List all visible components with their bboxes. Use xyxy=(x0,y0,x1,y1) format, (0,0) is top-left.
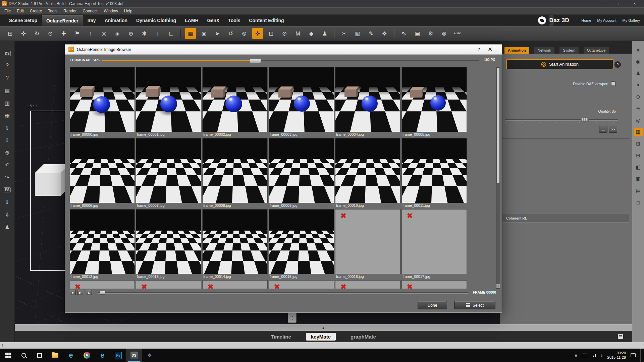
menu-window[interactable]: Window xyxy=(101,8,121,15)
panel-tab-network[interactable]: Network xyxy=(534,47,554,54)
browse-button[interactable]: ... xyxy=(599,126,607,133)
dialog-close-button[interactable]: ✕ xyxy=(486,47,494,52)
quality-slider-handle[interactable] xyxy=(581,117,589,122)
menu-tools[interactable]: Tools xyxy=(45,8,60,15)
menu-help[interactable]: Help xyxy=(121,8,136,15)
pose-tool-button[interactable]: ✚ xyxy=(58,28,69,39)
daz-studio-button[interactable]: DS xyxy=(126,349,142,362)
rotate-view-tool-button[interactable]: ↺ xyxy=(225,28,236,39)
keyboard-icon[interactable] xyxy=(582,354,587,357)
thumbnail-cell[interactable]: frame_00011.jpg xyxy=(402,138,467,208)
panel-menu-button[interactable]: ≡ xyxy=(634,46,643,54)
render-panel-button[interactable]: ▦ xyxy=(634,128,643,136)
frame-slider-handle[interactable] xyxy=(100,291,105,295)
cursor-tool-button[interactable]: ⇖ xyxy=(398,28,409,39)
collapse-handle[interactable]: ▲ xyxy=(322,326,325,329)
scale-gizmo-tool-button[interactable]: ⊡ xyxy=(266,28,276,39)
figure-pose-button[interactable]: ♟ xyxy=(2,222,12,232)
thumbnail-size-slider-handle[interactable] xyxy=(250,59,261,63)
layout-left-button[interactable]: ◧ xyxy=(634,163,643,172)
diamond-tool-button[interactable]: ◆ xyxy=(306,28,317,39)
whats-this-button[interactable]: ? xyxy=(2,61,12,71)
disable-viewport-checkbox[interactable] xyxy=(611,81,615,86)
spinner-down-button[interactable]: ▾ xyxy=(291,318,293,321)
translate-tool-button[interactable]: ✛ xyxy=(18,28,29,39)
thumbnail-cell[interactable]: frame_00012.jpg xyxy=(70,209,135,280)
file-explorer-button[interactable] xyxy=(47,349,63,362)
chrome-button[interactable] xyxy=(79,349,95,362)
tab-animation[interactable]: Animation xyxy=(100,15,132,26)
scissors-tool-button[interactable]: ✂ xyxy=(339,28,350,39)
layout-single-button[interactable]: □ xyxy=(634,198,643,207)
help-button[interactable]: ? xyxy=(2,73,12,83)
titlebar[interactable]: DS DAZ Studio 4.9 Pro Public Build - Cam… xyxy=(0,0,644,7)
spot-render-tool-button[interactable]: ▦ xyxy=(185,28,196,39)
spinner-up-button[interactable]: ▴ xyxy=(291,315,293,318)
panel-tab-animation[interactable]: Animation xyxy=(504,47,529,54)
tab-iray[interactable]: Iray xyxy=(83,15,100,26)
panel-tab-octanelive[interactable]: OctaneLive xyxy=(584,47,609,54)
thumbnail-cell[interactable]: ✖ xyxy=(335,281,400,289)
paint-tool-button[interactable]: ✎ xyxy=(366,28,376,39)
figure-tool-button[interactable]: ♟ xyxy=(319,28,330,39)
lights-panel-button[interactable]: ☀ xyxy=(634,104,643,113)
cameras-panel-button[interactable]: ◎ xyxy=(634,116,643,125)
tab-scene-setup[interactable]: Scene Setup xyxy=(5,15,42,26)
tab-dynamic-clothing[interactable]: Dynamic Clothing xyxy=(132,15,180,26)
import-file-button[interactable]: ⇩ xyxy=(2,135,12,145)
volume-icon[interactable]: ♪ xyxy=(601,353,603,358)
quality-slider[interactable] xyxy=(505,119,618,121)
edge-button-2[interactable]: e xyxy=(95,349,110,362)
dialog-scrollbar[interactable]: ▾ xyxy=(496,67,500,289)
thumbnail-cell[interactable]: frame_00003.jpg xyxy=(269,67,334,137)
redo-button[interactable]: ↷ xyxy=(2,172,12,182)
forward-button[interactable]: >> xyxy=(609,126,617,133)
align-tool-button[interactable]: ◈ xyxy=(112,28,123,39)
node-selection-tool-button[interactable]: ➤ xyxy=(212,28,223,39)
thumbnail-cell[interactable]: frame_00015.jpg xyxy=(269,209,334,280)
show-desktop-button[interactable] xyxy=(640,349,642,362)
undo-button[interactable]: ↶ xyxy=(2,160,12,170)
deactivate-node-tool-button[interactable]: ⊘ xyxy=(279,28,290,39)
layout-split-button[interactable]: ⊟ xyxy=(634,151,643,160)
thumbnail-cell[interactable]: ✖ xyxy=(203,281,267,289)
tab-genx[interactable]: GenX xyxy=(203,15,224,26)
render-settings-tool-button[interactable]: ⚙ xyxy=(425,28,436,39)
thumbnail-cell[interactable]: frame_00014.jpg xyxy=(203,209,267,280)
layout-rows-button[interactable]: ▤ xyxy=(634,186,643,195)
fit-tool-button[interactable]: ↑ xyxy=(85,28,96,39)
save-file-button[interactable]: ▦ xyxy=(2,110,12,120)
scene-navigator-button[interactable]: ◉ xyxy=(634,57,643,66)
add-node-tool-button[interactable]: ⊕ xyxy=(125,28,136,39)
thumbnail-cell[interactable]: frame_00004.jpg xyxy=(335,67,400,137)
thumbnail-cell[interactable]: ✖ xyxy=(136,281,201,289)
orbit-view-tool-button[interactable]: ⊚ xyxy=(239,28,250,39)
search-button[interactable] xyxy=(16,349,32,362)
globe-view-tool-button[interactable]: ⊗ xyxy=(439,28,449,39)
close-button[interactable]: × xyxy=(627,0,642,7)
action-center-icon[interactable] xyxy=(631,353,636,357)
thumbnail-cell[interactable]: frame_00007.jpg xyxy=(136,138,201,208)
bottom-tab-keymate[interactable]: keyMate xyxy=(306,333,336,341)
loop-button[interactable]: L xyxy=(86,290,92,295)
tab-octanerender[interactable]: OctaneRender xyxy=(42,15,83,26)
menu-edit[interactable]: Edit xyxy=(14,8,27,15)
layout-grid-button[interactable]: ⊞ xyxy=(634,139,643,148)
measure-tool-button[interactable]: ∟ xyxy=(166,28,176,39)
dialog-help-button[interactable]: ? xyxy=(474,47,483,52)
thumbnail-cell[interactable]: ✖ xyxy=(402,281,467,289)
shaping-panel-button[interactable]: ✦ xyxy=(634,81,643,89)
network-icon[interactable] xyxy=(592,354,596,357)
thumbnail-cell[interactable]: frame_00002.jpg xyxy=(203,67,267,137)
thumbnail-cell[interactable]: ✖frame_00016.jpg xyxy=(335,209,400,280)
photoshop-bridge-button[interactable]: PS xyxy=(2,185,12,195)
drop-node-tool-button[interactable]: ↓ xyxy=(152,28,163,39)
tab-lamh[interactable]: LAMH xyxy=(180,15,203,26)
universal-manipulator-tool-button[interactable]: ✜ xyxy=(252,28,263,39)
new-node-tool-button[interactable]: ⊞ xyxy=(5,28,15,39)
thumbnail-cell[interactable]: frame_00010.jpg xyxy=(335,138,400,208)
bottom-tab-graphmate[interactable]: graphMate xyxy=(351,334,376,340)
install-content-button[interactable]: ⇓ xyxy=(2,197,12,207)
scale-tool-button[interactable]: ⊙ xyxy=(45,28,56,39)
bottom-tab-timeline[interactable]: Timeline xyxy=(271,334,291,340)
